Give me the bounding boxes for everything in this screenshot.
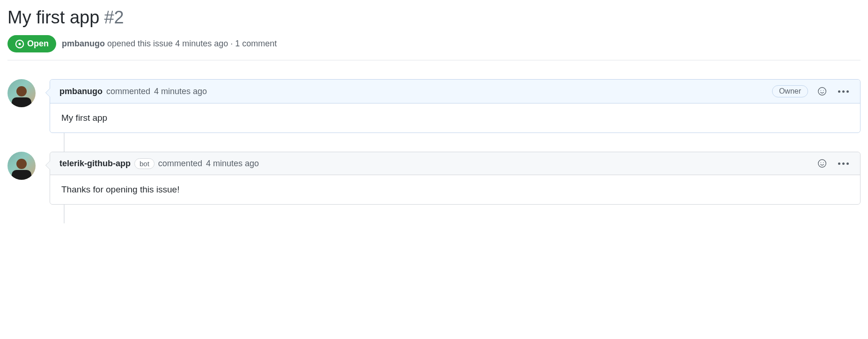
title-row: My first app #2 bbox=[7, 7, 861, 28]
comment-item: pmbanugo commented 4 minutes ago Owner M… bbox=[50, 79, 861, 133]
status-label: Open bbox=[27, 39, 49, 49]
avatar[interactable] bbox=[7, 152, 36, 180]
meta-time: 4 minutes ago bbox=[175, 39, 228, 48]
comment-box: pmbanugo commented 4 minutes ago Owner M… bbox=[50, 79, 861, 133]
meta-separator: · bbox=[230, 39, 233, 48]
comment-item: telerik-github-app bot commented 4 minut… bbox=[50, 152, 861, 205]
timeline: pmbanugo commented 4 minutes ago Owner M… bbox=[7, 79, 861, 205]
svg-point-2 bbox=[818, 88, 826, 96]
svg-point-1 bbox=[19, 43, 21, 45]
comment-header-left: telerik-github-app bot commented 4 minut… bbox=[59, 158, 259, 169]
bot-badge: bot bbox=[134, 158, 154, 169]
comment-actions-menu[interactable] bbox=[836, 161, 851, 167]
svg-point-5 bbox=[818, 160, 826, 168]
comment-body: Thanks for opening this issue! bbox=[50, 175, 860, 204]
svg-point-6 bbox=[821, 162, 821, 162]
svg-point-4 bbox=[823, 90, 824, 90]
timeline-connector bbox=[64, 205, 65, 223]
issue-meta-row: Open pmbanugo opened this issue 4 minute… bbox=[7, 35, 861, 60]
comment-author-link[interactable]: pmbanugo bbox=[59, 87, 103, 96]
timeline-connector bbox=[64, 133, 65, 152]
svg-point-7 bbox=[823, 162, 824, 162]
issue-header: My first app #2 Open pmbanugo opened thi… bbox=[7, 7, 861, 60]
avatar-figure bbox=[12, 86, 31, 107]
comment-header: telerik-github-app bot commented 4 minut… bbox=[50, 152, 860, 175]
comment-author-link[interactable]: telerik-github-app bbox=[59, 159, 131, 169]
comment-caret bbox=[45, 161, 50, 170]
comment-header-right: Owner bbox=[772, 85, 851, 97]
comment-caret bbox=[45, 88, 50, 97]
comment-header-left: pmbanugo commented 4 minutes ago bbox=[59, 87, 207, 96]
issue-open-icon bbox=[15, 39, 24, 49]
comment-actions-menu[interactable] bbox=[836, 88, 851, 95]
commented-label: commented bbox=[106, 87, 150, 96]
issue-number: #2 bbox=[104, 7, 124, 28]
smiley-icon bbox=[817, 158, 827, 169]
comment-header: pmbanugo commented 4 minutes ago Owner bbox=[50, 80, 860, 103]
comment-body: My first app bbox=[50, 103, 860, 133]
meta-action: opened this issue bbox=[107, 39, 173, 48]
smiley-icon bbox=[817, 86, 827, 96]
avatar-figure bbox=[12, 159, 31, 180]
comment-header-right bbox=[817, 158, 851, 169]
meta-comment-count: 1 comment bbox=[235, 39, 277, 48]
svg-point-3 bbox=[821, 90, 821, 90]
commented-label: commented bbox=[158, 159, 202, 169]
status-badge-open: Open bbox=[7, 35, 56, 52]
meta-text: pmbanugo opened this issue 4 minutes ago… bbox=[62, 39, 277, 49]
owner-badge: Owner bbox=[772, 85, 808, 97]
comment-box: telerik-github-app bot commented 4 minut… bbox=[50, 152, 861, 205]
emoji-reaction-button[interactable] bbox=[817, 158, 828, 169]
emoji-reaction-button[interactable] bbox=[817, 86, 828, 97]
avatar[interactable] bbox=[7, 79, 36, 107]
comment-timestamp[interactable]: 4 minutes ago bbox=[206, 159, 259, 169]
meta-author-link[interactable]: pmbanugo bbox=[62, 39, 105, 48]
comment-timestamp[interactable]: 4 minutes ago bbox=[154, 87, 207, 96]
issue-title: My first app bbox=[7, 7, 99, 28]
